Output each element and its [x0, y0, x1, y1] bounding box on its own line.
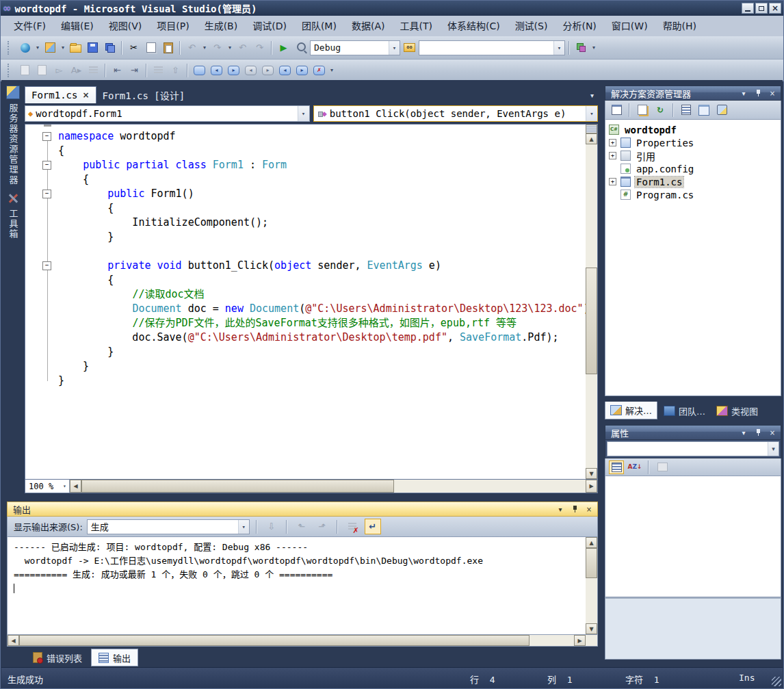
prev-bookmark-button[interactable]: ◂ [209, 62, 224, 78]
alphabetical-button[interactable]: AZ↓ [627, 460, 642, 474]
code-editor[interactable]: −namespace wordtopdf{− public partial cl… [25, 124, 598, 480]
code-line[interactable]: { [25, 201, 586, 216]
navigate-forward-button[interactable]: ↷ [252, 40, 267, 55]
pin-icon[interactable] [570, 505, 579, 513]
view-designer-button[interactable] [696, 103, 711, 118]
output-horizontal-scrollbar[interactable]: ◀ ▶ [7, 635, 598, 647]
solution-config-combo[interactable]: Debug ▾ [310, 40, 400, 55]
editor-splitter-handle[interactable] [586, 125, 597, 133]
redo-button[interactable]: ↷ [209, 40, 225, 55]
code-line[interactable]: doc.Save(@"C:\Users\Administrator\Deskto… [25, 330, 586, 345]
expand-icon[interactable]: + [609, 178, 616, 185]
sidebar-item-server-explorer[interactable]: 服务器资源管理器 [6, 86, 20, 185]
bottom-tab-output[interactable]: 输出 [91, 649, 138, 666]
undo-button[interactable]: ↶ [184, 40, 200, 55]
types-combo[interactable]: ◆ wordtopdf.Form1 ▾ [25, 105, 310, 122]
member-list-button[interactable] [17, 62, 33, 78]
scroll-thumb[interactable] [586, 268, 597, 374]
panel-tab-solution[interactable]: 解决… [605, 402, 657, 419]
cut-button[interactable]: ✂ [126, 40, 142, 55]
code-line[interactable]: //读取doc文档 [25, 287, 586, 302]
clear-bookmarks-button[interactable]: ✗ [311, 62, 327, 78]
scroll-right-icon[interactable]: ▶ [574, 635, 586, 646]
find-button[interactable] [293, 40, 309, 55]
uncomment-button[interactable]: ⇧ [168, 62, 183, 78]
find-in-files-button[interactable]: oo [402, 40, 417, 55]
menu-item[interactable]: 调试(D) [245, 16, 294, 36]
scroll-thumb[interactable] [19, 635, 530, 646]
save-button[interactable] [85, 40, 101, 55]
menu-item[interactable]: 分析(N) [555, 16, 603, 36]
combo-dropdown-icon[interactable]: ▾ [238, 520, 249, 534]
document-tab[interactable]: Form1.cs× [25, 86, 96, 103]
members-combo[interactable]: ◆ button1_Click(object sender, EventArgs… [313, 105, 599, 122]
zoom-combo[interactable]: 100 % ▾ [25, 480, 70, 493]
maximize-button[interactable] [755, 3, 768, 14]
collapse-icon[interactable]: − [42, 161, 51, 170]
panel-menu-icon[interactable]: ▾ [556, 506, 565, 513]
property-pages-button[interactable] [655, 460, 670, 474]
solution-explorer-titlebar[interactable]: 解决方案资源管理器 ▾ × [605, 86, 781, 101]
word-wrap-button[interactable]: ↵ [365, 519, 381, 534]
scroll-right-icon[interactable]: ▶ [586, 480, 597, 493]
output-titlebar[interactable]: 输出 ▾ × [7, 502, 598, 517]
code-line[interactable]: − private void button1_Click(object send… [25, 259, 586, 273]
scroll-thumb[interactable] [81, 480, 394, 493]
bottom-tab-errorlist[interactable]: 错误列表 [26, 649, 89, 666]
prev-bookmark-doc-button[interactable]: ◂ [277, 62, 293, 78]
categorized-button[interactable] [609, 460, 624, 474]
decrease-indent-button[interactable]: ⇤ [109, 62, 125, 78]
panel-menu-icon[interactable]: ▾ [739, 429, 748, 437]
panel-close-icon[interactable]: × [768, 429, 777, 437]
expand-icon[interactable]: + [609, 139, 616, 146]
combo-dropdown-icon[interactable]: ▾ [298, 106, 309, 121]
properties-titlebar[interactable]: 属性 ▾ × [605, 425, 781, 440]
code-area[interactable]: −namespace wordtopdf{− public partial cl… [25, 125, 586, 479]
paste-button[interactable] [160, 40, 176, 55]
navigate-backward-button[interactable]: ↶ [235, 40, 250, 55]
collapse-icon[interactable]: − [42, 190, 51, 198]
editor-vertical-scrollbar[interactable]: ▲ ▼ [586, 125, 597, 479]
tab-well-dropdown-icon[interactable]: ▾ [590, 92, 594, 99]
combo-dropdown-icon[interactable]: ▾ [553, 41, 564, 55]
next-bookmark-button[interactable]: ▸ [226, 62, 241, 78]
clear-output-button[interactable] [344, 519, 361, 534]
tree-item[interactable]: +Form1.cs [605, 175, 781, 188]
undo-dropdown-icon[interactable]: ▾ [201, 40, 208, 55]
code-line[interactable]: } [25, 230, 586, 244]
code-line[interactable]: − public partial class Form1 : Form [25, 158, 586, 172]
configuration-manager-button[interactable] [573, 40, 589, 55]
show-all-files-button[interactable] [635, 103, 650, 118]
scroll-left-icon[interactable]: ◀ [8, 635, 19, 646]
redo-dropdown-icon[interactable]: ▾ [226, 40, 233, 55]
code-line[interactable]: //保存为PDF文件，此处的SaveFormat支持很多种格式，如图片，epub… [25, 316, 586, 330]
expand-icon[interactable]: + [609, 152, 616, 159]
refresh-button[interactable]: ↻ [653, 103, 668, 118]
scroll-up-icon[interactable]: ▲ [586, 133, 597, 144]
code-line[interactable]: { [25, 144, 586, 158]
menu-item[interactable]: 文件(F) [6, 16, 53, 36]
document-tab[interactable]: Form1.cs [设计] [96, 86, 192, 103]
scroll-thumb[interactable] [586, 548, 597, 578]
toggle-bookmark-button[interactable] [192, 62, 207, 78]
properties-button[interactable] [609, 103, 624, 118]
menu-item[interactable]: 项目(P) [149, 16, 196, 36]
code-line[interactable]: } [25, 359, 586, 374]
add-item-button[interactable] [42, 40, 58, 55]
combo-dropdown-icon[interactable]: ▾ [586, 106, 597, 121]
code-line[interactable]: } [25, 345, 586, 359]
combo-dropdown-icon[interactable]: ▾ [768, 442, 779, 456]
toolbar-overflow-icon[interactable]: ▾ [328, 62, 335, 78]
menu-item[interactable]: 数据(A) [344, 16, 393, 36]
menu-item[interactable]: 视图(V) [101, 16, 150, 36]
menu-item[interactable]: 体系结构(C) [440, 16, 508, 36]
toolbar-grip[interactable] [8, 41, 12, 55]
add-item-dropdown-icon[interactable]: ▾ [60, 40, 66, 55]
output-vertical-scrollbar[interactable]: ▲ ▼ [586, 537, 597, 634]
panel-tab-classview[interactable]: 类视图 [711, 402, 763, 419]
tree-item[interactable]: app.config [605, 162, 781, 175]
pin-icon[interactable] [753, 89, 763, 97]
properties-grid[interactable] [605, 476, 781, 597]
view-code-button[interactable] [679, 103, 694, 118]
new-project-button[interactable] [17, 40, 33, 55]
